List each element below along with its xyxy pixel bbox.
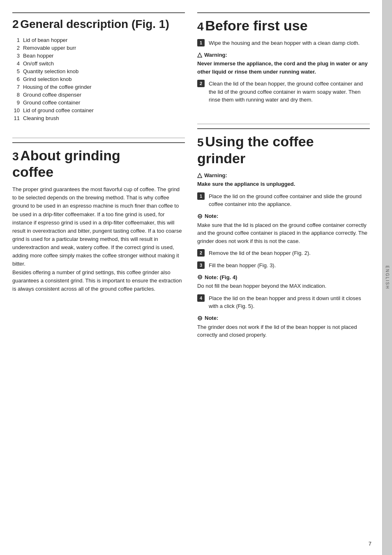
note-body-2: Do not fill the bean hopper beyond the M… [197,282,370,290]
step-badge-5-3: 3 [197,261,205,269]
note-body-1: Make sure that the lid is placed on the … [197,221,370,245]
language-tab: ENGLISH [382,0,392,555]
step-1-text: Wipe the housing and the bean hopper wit… [209,39,370,47]
section-4: 4 Before first use 1 Wipe the housing an… [197,12,370,108]
step-5-1-text: Place the lid on the ground coffee conta… [209,192,370,208]
note-label-3: Note: [205,315,218,321]
step-badge-5-2: 2 [197,249,205,257]
section-5-step-1: 1 Place the lid on the ground coffee con… [197,192,370,208]
list-item: 2Removable upper burr [12,44,185,52]
section-5-step-3: 3 Fill the bean hopper (Fig. 3). [197,261,370,270]
list-item: 10Lid of ground coffee container [12,106,185,114]
section-5-header: 5 Using the coffeegrinder [197,128,370,167]
list-item: 3Bean hopper [12,52,185,60]
section-5-number: 5 [197,136,204,149]
section-2-header: 2 General description (Fig. 1) [12,12,185,31]
note-label-1: Note: [205,213,218,219]
section-5-note-3: ⊝ Note: The grinder does not work if the… [197,314,370,339]
note-label-2: Note: (Fig. 4) [205,274,237,280]
note-icon-1: ⊝ [197,213,203,220]
section-3-number: 3 [12,150,19,163]
step-5-3-text: Fill the bean hopper (Fig. 3). [209,261,370,270]
note-icon-3: ⊝ [197,314,203,322]
section-5-title: Using the coffeegrinder [197,134,314,166]
section-3-header: 3 About grindingcoffee [12,142,185,181]
section-5-step-4: 4 Place the lid on the bean hopper and p… [197,294,370,310]
section-5-note-2: ⊝ Note: (Fig. 4) Do not fill the bean ho… [197,273,370,290]
step-badge-2: 2 [197,80,205,87]
warning-body-2: Make sure the appliance is unplugged. [197,180,370,188]
divider-2 [197,124,370,124]
list-item: 1Lid of bean hopper [12,36,185,44]
section-5-note-1: ⊝ Note: Make sure that the lid is placed… [197,213,370,245]
divider [12,138,185,138]
warning-icon: △ [197,51,202,58]
step-badge-1: 1 [197,39,205,46]
warning-body: Never immerse the appliance, the cord an… [197,60,370,76]
section-2-list: 1Lid of bean hopper 2Removable upper bur… [12,36,185,122]
section-5: 5 Using the coffeegrinder △ Warning: Mak… [197,128,370,543]
step-badge-5-1: 1 [197,192,205,200]
section-4-title: Before first use [205,18,307,33]
section-4-number: 4 [197,20,204,33]
list-item: 8Ground coffee dispenser [12,91,185,99]
step-5-2-text: Remove the lid of the bean hopper (Fig. … [209,249,370,257]
step-5-4-text: Place the lid on the bean hopper and pre… [209,294,370,310]
step-2-text: Clean the lid of the bean hopper, the gr… [209,80,370,104]
section-2: 2 General description (Fig. 1) 1Lid of b… [12,12,185,122]
list-item: 4On/off switch [12,60,185,67]
page-number: 7 [369,541,371,547]
section-5-step-2: 2 Remove the lid of the bean hopper (Fig… [197,249,370,257]
note-icon-2: ⊝ [197,273,203,281]
warning-label: Warning: [204,52,227,58]
list-item: 7Housing of the coffee grinder [12,83,185,91]
section-3: 3 About grindingcoffee The proper grind … [12,142,185,543]
step-badge-5-4: 4 [197,294,205,302]
section-5-warning: △ Warning: Make sure the appliance is un… [197,171,370,188]
warning-label-2: Warning: [204,172,227,178]
language-label: ENGLISH [385,266,390,289]
list-item: 11Cleaning brush [12,114,185,122]
section-4-step-2: 2 Clean the lid of the bean hopper, the … [197,80,370,104]
note-body-3: The grinder does not work if the lid of … [197,323,370,339]
section-4-warning: △ Warning: Never immerse the appliance, … [197,51,370,76]
list-item: 9Ground coffee container [12,99,185,106]
section-4-step-1: 1 Wipe the housing and the bean hopper w… [197,39,370,47]
section-3-body: The proper grind guarantees the most fla… [12,185,185,293]
section-4-header: 4 Before first use [197,12,370,34]
list-item: 5Quantity selection knob [12,67,185,75]
list-item: 6Grind selection knob [12,75,185,83]
section-3-title: About grindingcoffee [12,148,120,180]
section-2-number: 2 [12,18,19,30]
section-2-title: General description (Fig. 1) [20,18,169,30]
warning-icon-2: △ [197,171,202,179]
